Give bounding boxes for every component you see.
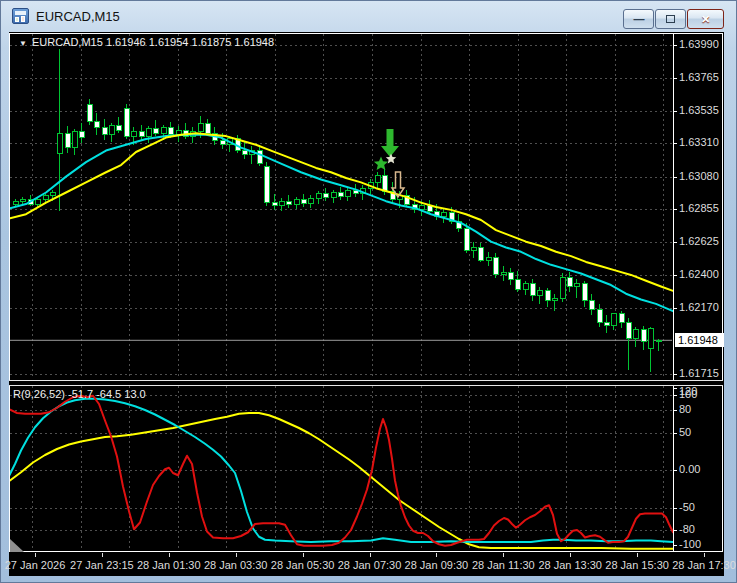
price-axis-label: 1.63535 xyxy=(679,104,719,116)
time-tick xyxy=(169,553,170,557)
candle xyxy=(508,268,513,285)
candle xyxy=(582,281,587,307)
candle xyxy=(471,242,476,258)
price-axis-label: 1.63765 xyxy=(679,71,719,83)
indicator-scale-label: -80 xyxy=(679,523,695,535)
price-axis-label: 1.62625 xyxy=(679,235,719,247)
candle xyxy=(648,327,653,372)
price-axis-label: 1.62855 xyxy=(679,202,719,214)
candles xyxy=(13,49,661,371)
price-axis-label: 1.63990 xyxy=(679,38,719,50)
candle xyxy=(65,126,70,153)
chart-canvas[interactable] xyxy=(9,32,724,576)
candle xyxy=(338,187,343,200)
candle xyxy=(301,194,306,207)
candle xyxy=(316,191,321,204)
time-tick xyxy=(303,553,304,557)
indicator-scale-label: 0.00 xyxy=(679,463,700,475)
candle xyxy=(87,99,92,125)
candle xyxy=(279,198,284,211)
close-icon: ✕ xyxy=(701,13,710,26)
candle xyxy=(493,253,498,278)
candle xyxy=(574,279,579,298)
candle xyxy=(641,326,646,351)
current-price-tag: 1.61948 xyxy=(675,333,724,347)
candle xyxy=(545,288,550,307)
chart-ohlc-header[interactable]: ▼EURCAD,M15 1.61946 1.61954 1.61875 1.61… xyxy=(19,36,274,48)
minimize-button[interactable]: — xyxy=(623,9,654,29)
indicator-label: R(9,26,52) -51.7 -64.5 13.0 xyxy=(13,388,146,400)
title-bar[interactable]: EURCAD,M15 — ✕ xyxy=(1,1,737,32)
candle xyxy=(286,195,291,208)
time-tick xyxy=(370,553,371,557)
candle xyxy=(79,123,84,143)
ma-fast-line xyxy=(9,135,673,311)
pane-divider[interactable] xyxy=(9,380,723,386)
price-axis-label: 1.63080 xyxy=(679,170,719,182)
price-axis-label: 1.62170 xyxy=(679,301,719,313)
candle xyxy=(57,49,62,211)
candle xyxy=(264,162,269,205)
candle xyxy=(183,123,188,139)
window: EURCAD,M15 — ✕ ▼EURCAD,M15 1.61946 1.619… xyxy=(0,0,737,583)
time-tick xyxy=(436,553,437,557)
collapse-icon: ▼ xyxy=(19,39,27,48)
grid-lines xyxy=(10,34,672,551)
price-axis-label: 1.62400 xyxy=(679,268,719,280)
candle xyxy=(604,315,609,332)
restore-icon xyxy=(666,15,675,23)
time-tick xyxy=(503,553,504,557)
time-tick xyxy=(102,553,103,557)
close-button[interactable]: ✕ xyxy=(687,9,724,29)
time-tick xyxy=(35,553,36,557)
candle xyxy=(94,113,99,135)
candle xyxy=(116,117,121,133)
candle xyxy=(375,172,380,188)
quick-navigation-triangle xyxy=(10,539,24,552)
candle xyxy=(345,188,350,201)
candle xyxy=(72,129,77,155)
ma-slow-line xyxy=(9,133,673,291)
time-tick xyxy=(236,553,237,557)
candle xyxy=(501,266,506,280)
price-axis-label: 1.63310 xyxy=(679,136,719,148)
candle xyxy=(478,243,483,262)
time-tick xyxy=(704,553,705,557)
indicator-scale-label: -50 xyxy=(679,501,695,513)
candle xyxy=(153,120,158,136)
app-icon xyxy=(12,8,29,24)
indicator-scale-label: 100 xyxy=(679,388,697,400)
candle xyxy=(611,313,616,330)
chart-symbol: EURCAD,M15 xyxy=(32,36,103,48)
candle xyxy=(515,271,520,293)
time-tick xyxy=(637,553,638,557)
candle xyxy=(146,126,151,143)
candle xyxy=(139,125,144,141)
chart-ohlc-values: 1.61946 1.61954 1.61875 1.61948 xyxy=(106,36,274,48)
candle xyxy=(656,339,661,350)
candle xyxy=(102,119,107,141)
candle xyxy=(441,208,446,222)
restore-button[interactable] xyxy=(655,9,686,29)
window-title: EURCAD,M15 xyxy=(36,9,120,24)
candle xyxy=(560,273,565,302)
candle xyxy=(249,146,254,163)
indicator-scale-label: -100 xyxy=(679,538,701,550)
candle xyxy=(619,311,624,328)
indicator-scale-label: 50 xyxy=(679,426,691,438)
candle xyxy=(523,281,528,295)
candle xyxy=(597,304,602,327)
candle xyxy=(272,194,277,210)
candle xyxy=(486,252,491,266)
time-axis-label: 28 Jan 17:30 xyxy=(664,559,737,571)
candle xyxy=(633,327,638,347)
indicator-scale-label: 80 xyxy=(679,403,691,415)
candle xyxy=(537,287,542,304)
candle xyxy=(331,190,336,203)
candle xyxy=(109,123,114,142)
time-tick xyxy=(570,553,571,557)
star-green-icon xyxy=(374,157,388,171)
candle xyxy=(124,104,129,139)
chart-client-area: ▼EURCAD,M15 1.61946 1.61954 1.61875 1.61… xyxy=(9,32,724,576)
candle xyxy=(589,294,594,316)
